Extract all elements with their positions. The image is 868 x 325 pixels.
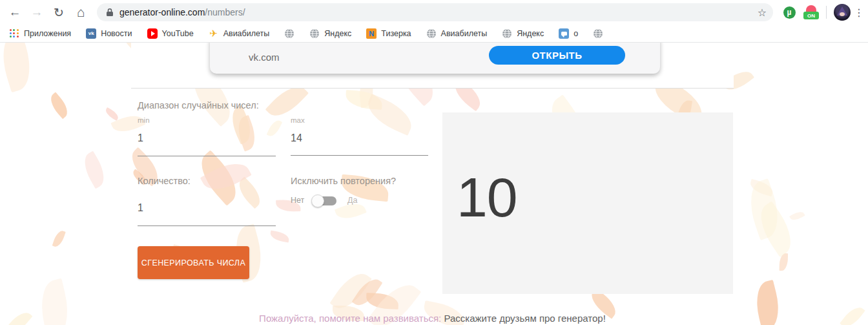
url-bar[interactable]: generator-online.com/numbers/ ☆ [97,3,773,21]
max-input-underline [291,155,428,156]
browser-menu-icon[interactable]: ⋮ [854,6,863,19]
bookmark-item[interactable]: о [559,28,578,39]
ad-section: vk.com ОТКРЫТЬ [131,43,734,89]
leaf-decoration [52,229,66,248]
toggle-no-label: Нет [291,196,304,205]
leaf-decoration [104,107,120,121]
globe-icon [284,28,294,39]
bookmark-item[interactable]: Приложения [9,28,71,39]
bookmark-item[interactable]: ✈Авиабилеты [209,28,270,39]
bookmark-item[interactable] [284,28,294,39]
bookmarks-bar: ПриложенияvkНовостиYouTube✈АвиабилетыЯнд… [0,25,868,43]
leaf-decoration [840,303,865,325]
globe-icon [593,28,603,39]
leaf-decoration [789,209,805,223]
leaf-decoration [46,92,72,120]
leaf-decoration [267,118,282,138]
forward-icon[interactable]: → [27,3,46,22]
reload-icon[interactable]: ↻ [49,3,68,22]
leaf-decoration [750,279,784,325]
bookmark-item[interactable]: Авиабилеты [426,28,488,39]
bookmark-item[interactable]: Яндекс [502,28,544,39]
leaf-decoration [5,308,33,325]
toggle-yes-label: Да [347,196,357,205]
globe-icon [426,28,437,39]
url-path: /numbers/ [205,7,245,17]
globe-icon [502,28,512,39]
bookmark-item[interactable]: YouTube [147,28,194,39]
bookmark-item[interactable] [593,28,603,39]
min-input[interactable]: 1 [138,132,143,144]
browser-toolbar: ← → ↻ ⌂ generator-online.com/numbers/ ☆ … [0,0,868,25]
leaf-decoration [0,43,37,92]
utorrent-extension-icon[interactable]: µ [781,5,797,20]
back-icon[interactable]: ← [5,3,25,22]
result-box: 10 [442,112,733,294]
on-badge: ON [803,12,819,19]
range-label: Диапазон случайных чисел: [138,100,259,110]
toggle-knob [311,194,324,207]
bookmark-star-icon[interactable]: ☆ [758,6,767,19]
open-button[interactable]: ОТКРЫТЬ [489,46,625,65]
count-input[interactable]: 1 [138,202,143,214]
url-domain: generator-online.com [119,7,205,17]
browser-window: ← → ↻ ⌂ generator-online.com/numbers/ ☆ … [0,0,868,325]
leaf-decoration [35,278,74,325]
teaser-n-icon: N [366,28,377,39]
generate-button[interactable]: СГЕНЕРИРОВАТЬ ЧИСЛА [138,246,249,279]
bookmark-item[interactable]: vkНовости [86,28,132,39]
ad-card: vk.com ОТКРЫТЬ [210,43,660,74]
apps-grid-icon [9,28,19,39]
norepeat-toggle[interactable] [313,196,336,205]
globe-icon [309,28,320,39]
leaf-decoration [269,230,290,242]
home-icon[interactable]: ⌂ [71,3,90,22]
min-label: min [138,116,150,124]
max-input[interactable]: 14 [291,132,302,144]
chat-icon [559,28,569,39]
url-text: generator-online.com/numbers/ [119,7,752,17]
max-label: max [291,116,305,124]
result-number: 10 [457,169,517,225]
profile-avatar[interactable] [834,4,851,21]
page-content: vk.com ОТКРЫТЬ Диапазон случайных чисел:… [0,43,868,325]
toolbar-divider [826,6,827,19]
count-input-underline [138,225,276,226]
adblock-extension-icon[interactable]: ON [803,5,819,20]
leaf-decoration [362,94,417,136]
lock-icon [106,8,114,17]
min-input-underline [138,156,276,156]
ad-site-label: vk.com [249,52,280,63]
footer-text: Пожалуйста, помогите нам развиваться: Ра… [131,313,734,324]
leaf-decoration [79,151,110,189]
youtube-icon [147,28,158,39]
bookmark-item[interactable]: NТизерка [366,28,411,39]
bookmark-item[interactable]: Яндекс [309,28,351,39]
footer-share-link[interactable]: Расскажите друзьям про генератор! [444,313,605,324]
count-label: Количество: [138,176,191,186]
airplane-icon: ✈ [209,28,219,39]
vk-icon: vk [86,28,96,39]
footer-plea: Пожалуйста, помогите нам развиваться: [259,313,441,324]
norepeat-label: Исключить повторения? [291,176,396,186]
